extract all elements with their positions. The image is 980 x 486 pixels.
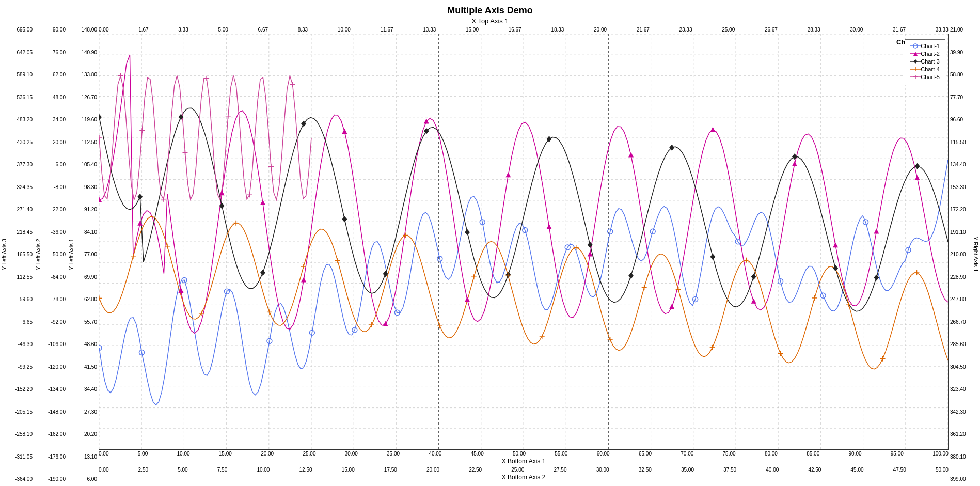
left-axis-1-ticks: 148.00140.90133.80126.70119.60112.50105.… [75,27,99,482]
svg-marker-87 [137,194,143,200]
tick-label: 26.67 [765,27,778,33]
tick-label: 25.00 [303,451,315,457]
tick-label: 133.80 [77,72,97,77]
tick-label: 228.90 [950,274,970,280]
legend: Chart-1Chart-2Chart-3Chart-4Chart-5 [905,39,945,85]
tick-label: 42.50 [808,467,821,473]
svg-marker-74 [465,297,470,302]
tick-label: 35.00 [387,451,400,457]
tick-label: 15.00 [219,451,232,457]
tick-label: 695.00 [10,27,33,33]
svg-marker-69 [260,200,265,205]
tick-label: 140.90 [77,50,97,55]
legend-item: Chart-1 [910,43,940,49]
left-axis-3-label: Y Left Axis 3 [0,27,8,482]
tick-label: 15.00 [342,467,355,473]
tick-label: -46.30 [10,341,33,347]
tick-label: 84.10 [77,229,97,235]
svg-marker-79 [669,304,674,309]
tick-label: 1.67 [138,27,148,33]
tick-label: 21.67 [637,27,650,33]
tick-label: 15.00 [466,27,479,33]
right-axis-1-label: Y Right Axis 1 [972,27,980,482]
tick-label: 165.50 [10,252,33,257]
tick-label: 85.00 [807,451,819,457]
tick-label: -258.10 [10,431,33,437]
tick-label: 70.00 [681,451,693,457]
tick-label: 5.00 [138,451,148,457]
bottom-axis-2-ticks: 0.002.505.007.5010.0012.5015.0017.5020.0… [99,466,949,473]
tick-label: 58.80 [950,72,970,77]
tick-label: 31.67 [893,27,906,33]
chart-body: Y Left Axis 3 695.00642.05589.10536.1548… [0,27,980,482]
tick-label: 6.67 [258,27,268,33]
tick-label: 37.50 [723,467,736,473]
legend-item: Chart-4 [910,66,940,72]
tick-label: 12.50 [299,467,312,473]
tick-label: 285.60 [950,341,970,347]
tick-label: 21.00 [950,27,970,33]
svg-marker-103 [792,153,797,160]
tick-label: -148.00 [44,409,66,415]
tick-label: 377.30 [10,162,33,167]
legend-item: Chart-2 [910,51,940,57]
tick-label: 3.33 [178,27,188,33]
tick-label: 40.00 [766,467,779,473]
tick-label: 35.00 [681,467,694,473]
tick-label: 34.40 [77,386,97,392]
right-axis-1-area: 21.0039.9058.8077.7096.60115.50134.40153… [949,27,980,482]
tick-label: 361.20 [950,431,970,437]
tick-label: 48.60 [77,341,97,347]
svg-marker-84 [874,229,879,234]
tick-label: 34.00 [44,117,66,122]
tick-label: 48.00 [44,95,66,100]
tick-label: 16.67 [509,27,521,33]
tick-label: -50.00 [44,252,66,257]
tick-label: 6.65 [10,319,33,325]
tick-label: 5.00 [218,27,228,33]
tick-label: -134.00 [44,386,66,392]
tick-label: 399.00 [950,476,970,482]
left-axis-1-area: Y Left Axis 1 148.00140.90133.80126.7011… [67,27,99,482]
svg-marker-90 [260,270,265,276]
tick-label: -120.00 [44,364,66,370]
tick-label: 13.10 [77,454,97,460]
svg-marker-99 [628,273,634,279]
svg-marker-70 [301,277,306,283]
tick-label: 75.00 [723,451,736,457]
tick-label: 80.00 [765,451,778,457]
tick-label: 77.00 [77,252,97,257]
plot-canvas: Chart 4 Chart-1Chart-2Chart-3Chart-4Char… [99,34,949,450]
tick-label: 40.00 [429,451,441,457]
svg-marker-82 [792,161,797,166]
bottom-axis-area: 0.005.0010.0015.0020.0025.0030.0035.0040… [99,450,949,482]
svg-marker-106 [915,163,920,169]
tick-label: 10.00 [338,27,351,33]
tick-label: 380.10 [950,454,970,460]
tick-label: 210.00 [950,252,970,257]
tick-label: 324.35 [10,184,33,190]
tick-label: 148.00 [77,27,97,33]
tick-label: 112.50 [77,139,97,145]
tick-label: 20.00 [594,27,607,33]
tick-label: 18.33 [551,27,564,33]
left-axis-2-area: Y Left Axis 2 90.0076.0062.0048.0034.002… [34,27,67,482]
left-axis-1-label: Y Left Axis 1 [67,27,75,482]
svg-marker-101 [710,254,715,260]
svg-marker-105 [874,275,879,281]
legend-item: Chart-3 [910,58,940,65]
tick-label: -205.15 [10,409,33,415]
svg-marker-92 [342,216,347,223]
tick-label: 20.20 [77,431,97,437]
svg-marker-72 [383,321,388,326]
svg-marker-66 [137,221,143,226]
tick-label: 271.40 [10,207,33,212]
legend-item: Chart-5 [910,74,940,80]
tick-label: 6.00 [44,162,66,167]
left-axis-2-label: Y Left Axis 2 [34,27,42,482]
tick-label: 20.00 [44,139,66,145]
tick-label: 27.50 [554,467,566,473]
tick-label: 20.00 [426,467,439,473]
tick-label: 304.50 [950,364,970,370]
tick-label: 115.50 [950,139,970,145]
